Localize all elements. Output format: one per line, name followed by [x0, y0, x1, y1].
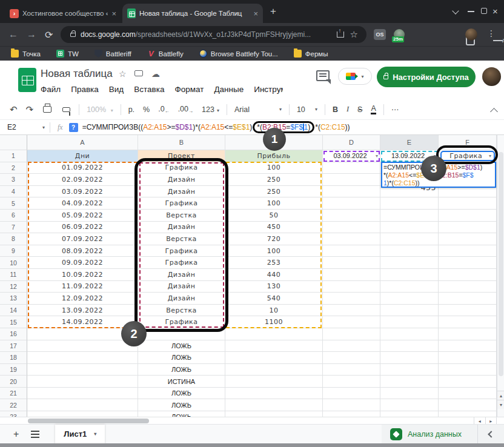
increase-decimal-button[interactable]: .00→	[178, 105, 193, 114]
cell-C12[interactable]: 130	[225, 281, 323, 293]
cell-D8[interactable]	[323, 233, 380, 245]
browser-menu-icon[interactable]: ⋮	[487, 28, 496, 38]
cell-D16[interactable]	[323, 328, 380, 340]
font-size-select[interactable]: 10▾	[297, 105, 317, 114]
row-header-11[interactable]: 11	[0, 269, 27, 281]
cell-D18[interactable]	[323, 352, 380, 364]
cell-D1[interactable]: 03.09.2022▾	[323, 150, 380, 162]
bookmark-folder[interactable]: Точка	[11, 50, 41, 58]
formula-help-icon[interactable]: ?	[69, 123, 78, 132]
bookmark-fly[interactable]: VBattlefly	[147, 50, 184, 58]
bookmark-star-icon[interactable]: ☆	[350, 29, 358, 40]
browser-tab-sheets[interactable]: Новая таблица - Google Таблиц ×	[122, 4, 263, 23]
cell-F3[interactable]	[439, 174, 497, 186]
column-header-F[interactable]: F	[439, 135, 497, 150]
account-avatar[interactable]	[482, 67, 501, 86]
cell-F14[interactable]	[439, 305, 497, 317]
formula-input[interactable]: =СУММПРОИЗВ((A2:A15>=$D$1)*(A2:A15<=$E$1…	[82, 121, 350, 133]
column-header-A[interactable]: A	[27, 135, 138, 150]
cell-A10[interactable]: 09.09.2022	[27, 257, 138, 269]
cell-F18[interactable]	[439, 352, 497, 364]
reload-icon[interactable]: ⟳	[45, 29, 53, 41]
extension-os-icon[interactable]: OS	[374, 29, 386, 40]
horizontal-scrollbar[interactable]: ◂ ▸	[0, 417, 504, 424]
cell-B7[interactable]: Дизайн	[138, 222, 225, 234]
window-close-button[interactable]: ×	[492, 6, 498, 16]
cell-B12[interactable]: Дизайн	[138, 281, 225, 293]
undo-icon[interactable]: ↶	[10, 104, 18, 115]
cell-A5[interactable]: 04.09.2022	[27, 197, 138, 210]
cell-F7[interactable]	[439, 222, 497, 234]
row-header-2[interactable]: 2	[0, 162, 27, 174]
cell-E16[interactable]	[380, 328, 439, 340]
explore-button[interactable]: Анализ данных	[382, 425, 477, 444]
cell-E9[interactable]	[380, 245, 439, 257]
cell-B3[interactable]: Дизайн	[138, 174, 225, 186]
bookmark-shield[interactable]: Battleriff	[94, 50, 131, 58]
column-header-D[interactable]: D	[323, 135, 380, 150]
percent-format-button[interactable]: %	[143, 105, 150, 114]
cell-E20[interactable]	[380, 376, 439, 388]
horizontal-scrollbar-thumb[interactable]	[28, 419, 149, 423]
cell-F15[interactable]	[439, 316, 497, 328]
sheets-logo-icon[interactable]	[18, 68, 36, 92]
cell-E10[interactable]	[380, 257, 439, 269]
row-header-16[interactable]: 16	[0, 328, 27, 340]
cell-D19[interactable]	[323, 364, 380, 376]
dropdown-arrow-icon[interactable]: ▾	[489, 153, 492, 159]
cell-A13[interactable]: 12.09.2022	[27, 293, 138, 305]
tab-close-icon[interactable]: ×	[111, 9, 116, 18]
cell-B18[interactable]: ЛОЖЬ	[138, 352, 225, 364]
star-document-icon[interactable]: ☆	[119, 69, 127, 79]
cell-D20[interactable]	[323, 376, 380, 388]
bookmark-sheets[interactable]: TW	[56, 50, 79, 58]
number-format-button[interactable]: 123▾	[202, 105, 219, 114]
menu-вставка[interactable]: Вставка	[134, 85, 164, 94]
cell-A23[interactable]	[27, 411, 138, 417]
row-header-5[interactable]: 5	[0, 197, 27, 210]
row-header-12[interactable]: 12	[0, 281, 27, 293]
row-header-9[interactable]: 9	[0, 245, 27, 257]
window-menu-chevron-icon[interactable]	[452, 7, 459, 14]
move-to-folder-icon[interactable]	[134, 70, 143, 76]
bookmark-orb[interactable]: Browse Battlefy Tou...	[199, 50, 278, 58]
select-all-corner[interactable]	[0, 135, 27, 150]
cell-B14[interactable]: Верстка	[138, 305, 225, 317]
dropdown-arrow-icon[interactable]: ▾	[376, 153, 378, 159]
cell-F9[interactable]	[439, 245, 497, 257]
row-header-23[interactable]: 23	[0, 411, 27, 417]
cell-B13[interactable]: Дизайн	[138, 293, 225, 305]
cell-F19[interactable]	[439, 364, 497, 376]
vertical-scrollbar[interactable]: ▴ ▾	[497, 135, 504, 417]
bold-button[interactable]: B	[333, 105, 338, 114]
cell-F13[interactable]	[439, 293, 497, 305]
cell-C9[interactable]: 100	[225, 245, 323, 257]
cell-D15[interactable]	[323, 316, 380, 328]
cell-A4[interactable]: 03.09.2022	[27, 186, 138, 198]
row-header-6[interactable]: 6	[0, 210, 27, 222]
cell-B6[interactable]: Верстка	[138, 210, 225, 222]
cell-F17[interactable]	[439, 340, 497, 353]
row-header-4[interactable]: 4	[0, 186, 27, 198]
scroll-down-icon[interactable]: ▾	[497, 400, 504, 409]
cell-F16[interactable]	[439, 328, 497, 340]
cell-F8[interactable]	[439, 233, 497, 245]
cell-F6[interactable]	[439, 210, 497, 222]
cell-E18[interactable]	[380, 352, 439, 364]
sheet-tab-list1[interactable]: Лист1 ▾	[55, 425, 105, 444]
decrease-decimal-button[interactable]: .0←	[158, 105, 169, 114]
cell-A2[interactable]: 01.09.2022	[27, 162, 138, 174]
cell-A17[interactable]	[27, 340, 138, 353]
cell-C1[interactable]: Прибыль	[225, 150, 323, 162]
cell-B8[interactable]: Верстка	[138, 233, 225, 245]
cell-D11[interactable]	[323, 269, 380, 281]
cell-D6[interactable]	[323, 210, 380, 222]
paint-format-icon[interactable]	[62, 107, 70, 112]
cell-A19[interactable]	[27, 364, 138, 376]
cell-C2[interactable]: 100	[225, 162, 323, 174]
add-sheet-button[interactable]: +	[13, 429, 19, 440]
cell-E4[interactable]	[380, 186, 439, 198]
cell-E17[interactable]	[380, 340, 439, 353]
cell-C13[interactable]: 540	[225, 293, 323, 305]
cell-A20[interactable]	[27, 376, 138, 388]
